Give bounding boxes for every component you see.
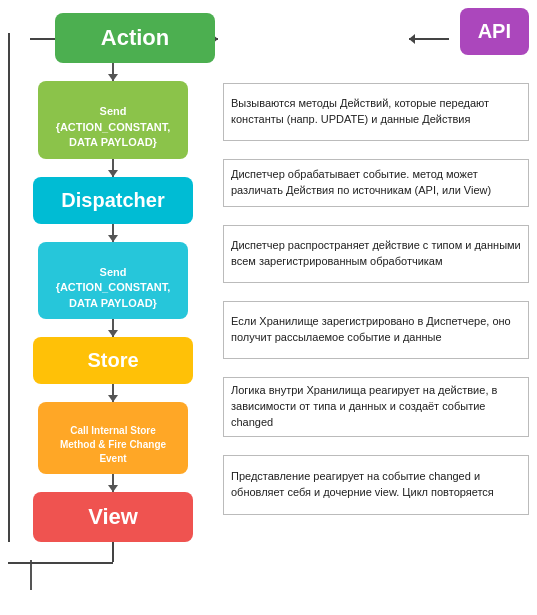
desc-dispatcher-text: Диспетчер обрабатывает событие. метод мо… — [231, 167, 521, 199]
desc-arrow-spacer4 — [223, 283, 529, 301]
api-label: API — [478, 20, 511, 42]
arrow-send1-dispatcher — [112, 159, 114, 177]
view-box: View — [33, 492, 193, 542]
left-rail — [30, 560, 32, 590]
action-box: Action — [55, 13, 215, 63]
desc-call-text: Логика внутри Хранилища реагирует на дей… — [231, 383, 521, 431]
bottom-rail-h — [8, 562, 218, 564]
store-label: Store — [87, 349, 138, 371]
api-back-arrow — [409, 38, 449, 40]
desc-store: Если Хранилище зарегистрировано в Диспет… — [223, 301, 529, 359]
arrow-call-view — [112, 474, 114, 492]
api-box: API — [460, 8, 529, 55]
action-label: Action — [101, 25, 169, 50]
arrow-dispatcher-send2 — [112, 224, 114, 242]
arrow-store-call — [112, 384, 114, 402]
desc-arrow-spacer2 — [223, 141, 529, 159]
view-down-arrow — [112, 542, 114, 562]
send2-box: Send {ACTION_CONSTANT, DATA PAYLOAD} — [38, 242, 188, 320]
diagram-container: Action Send {ACTION_CONSTANT, DATA PAYLO… — [0, 0, 537, 572]
view-label: View — [88, 504, 138, 529]
desc-view: Представление реагирует на событие chang… — [223, 455, 529, 515]
store-box: Store — [33, 337, 193, 384]
dispatcher-box: Dispatcher — [33, 177, 193, 224]
call-label: Call Internal Store Method & Fire Change… — [60, 425, 166, 464]
desc-send2: Диспетчер распространяет действие с типо… — [223, 225, 529, 283]
desc-send2-text: Диспетчер распространяет действие с типо… — [231, 238, 521, 270]
desc-arrow-spacer6 — [223, 437, 529, 455]
send1-box: Send {ACTION_CONSTANT, DATA PAYLOAD} — [38, 81, 188, 159]
desc-store-text: Если Хранилище зарегистрировано в Диспет… — [231, 314, 521, 346]
desc-arrow-spacer5 — [223, 359, 529, 377]
desc-arrow-spacer1 — [223, 65, 529, 83]
desc-column: Вызываются методы Действий, которые пере… — [218, 8, 529, 564]
desc-dispatcher: Диспетчер обрабатывает событие. метод мо… — [223, 159, 529, 207]
desc-send1-text: Вызываются методы Действий, которые пере… — [231, 96, 521, 128]
desc-send1: Вызываются методы Действий, которые пере… — [223, 83, 529, 141]
desc-view-text: Представление реагирует на событие chang… — [231, 469, 521, 501]
arrow-send2-store — [112, 319, 114, 337]
arrow-action-send1 — [112, 63, 114, 81]
left-vertical-rail — [8, 33, 10, 542]
action-row: Action — [8, 13, 218, 63]
send1-label: Send {ACTION_CONSTANT, DATA PAYLOAD} — [56, 105, 171, 148]
desc-call: Логика внутри Хранилища реагирует на дей… — [223, 377, 529, 437]
send2-label: Send {ACTION_CONSTANT, DATA PAYLOAD} — [56, 266, 171, 309]
dispatcher-label: Dispatcher — [61, 189, 164, 211]
desc-arrow-spacer3 — [223, 207, 529, 225]
flow-column: Action Send {ACTION_CONSTANT, DATA PAYLO… — [8, 8, 218, 564]
call-box: Call Internal Store Method & Fire Change… — [38, 402, 188, 474]
